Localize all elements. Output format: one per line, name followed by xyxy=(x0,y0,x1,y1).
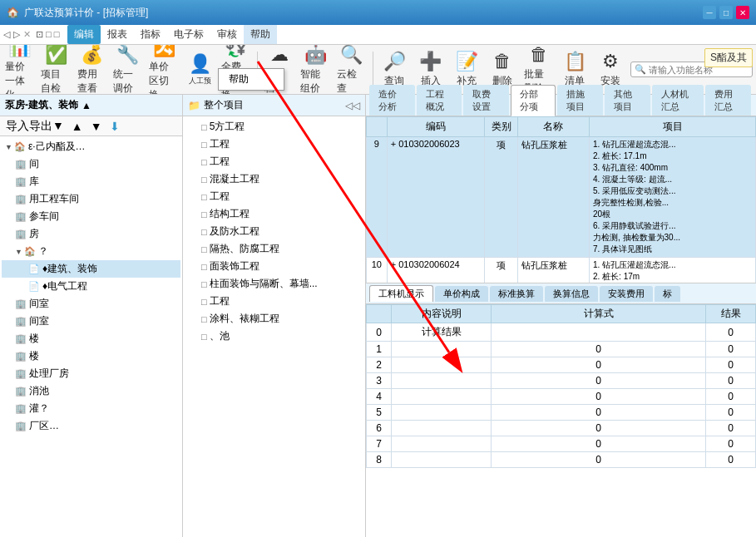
sub-tab-extra[interactable]: 标 xyxy=(655,286,680,302)
tab-fee-settings[interactable]: 取费设置 xyxy=(463,85,509,116)
list-item[interactable]: 📄 ♦电气工程 xyxy=(2,278,180,295)
list-item[interactable]: ▼ 🏠 ？ xyxy=(2,243,180,260)
tab-sub-items[interactable]: 分部分项 xyxy=(511,85,556,116)
toolbar-price-adjust[interactable]: 🔧 统一调价 xyxy=(111,47,144,92)
list-item[interactable]: 🏢 消池 xyxy=(2,382,180,400)
list-item[interactable]: □ 5方工程 xyxy=(185,118,363,135)
table-row[interactable]: 1 0 0 xyxy=(367,342,756,357)
smart-price-icon: 🤖 xyxy=(304,45,327,66)
maximize-button[interactable]: □ xyxy=(719,6,733,19)
sub-tab-labor[interactable]: 工料机显示 xyxy=(369,285,433,302)
tab-other[interactable]: 其他项目 xyxy=(605,85,650,116)
list-item[interactable]: 🏢 处理厂房 xyxy=(2,365,180,382)
toolbar-fee-view[interactable]: 💰 费用查看 xyxy=(76,47,108,92)
tab-measures[interactable]: 措施项目 xyxy=(557,85,603,116)
list-item[interactable]: □ 、池 xyxy=(185,328,363,345)
list-item-selected[interactable]: 📄 ♦建筑、装饰 xyxy=(2,260,180,278)
list-item[interactable]: □ 结构工程 xyxy=(185,205,363,223)
menu-index[interactable]: 指标 xyxy=(134,25,167,44)
item-label: 结构工程 xyxy=(210,207,250,221)
left-panel-toolbar: 导入导出▼ ▲ ▼ ⬇ xyxy=(0,116,182,136)
table-row[interactable]: 3 0 0 xyxy=(367,373,756,389)
toolbar-self-check[interactable]: ✅ 项目自检 xyxy=(39,47,72,92)
table-row[interactable]: 6 0 0 xyxy=(367,421,756,436)
list-item[interactable]: 🏢 楼 xyxy=(2,330,180,347)
expand-icon[interactable]: ▲ xyxy=(82,100,91,111)
tab-cost-analysis[interactable]: 造价分析 xyxy=(369,85,415,116)
list-item[interactable]: □ 工程 xyxy=(185,293,363,310)
list-item[interactable]: □ 工程 xyxy=(185,188,363,205)
toolbar-unit-switch[interactable]: 🔀 单价区切换 xyxy=(147,47,180,92)
table-row[interactable]: 2 0 0 xyxy=(367,357,756,373)
toolbar-quantity-price[interactable]: 📊 量价一体化 xyxy=(3,47,36,92)
toolbar-cloud-check[interactable]: 🔍 云检查 xyxy=(335,47,368,92)
down-btn[interactable]: ▼ xyxy=(88,119,105,134)
up-btn[interactable]: ▲ xyxy=(69,119,86,134)
list-item[interactable]: 🏢 灌？ xyxy=(2,400,180,417)
folder-icon: 🏢 xyxy=(15,351,27,362)
table-row[interactable]: 4 0 0 xyxy=(367,389,756,405)
sub-tab-install-fee[interactable]: 安装费用 xyxy=(600,286,653,302)
minimize-button[interactable]: ─ xyxy=(703,6,716,19)
table-row[interactable]: 0 计算结果 0 xyxy=(367,323,756,342)
row-num: 9 xyxy=(367,137,388,258)
table-row[interactable]: 10 + 010302006024 项 钻孔压浆桩 1. 钻孔压灌超流态混...… xyxy=(367,258,756,283)
folder-icon: 🏢 xyxy=(15,176,27,187)
table-row[interactable]: 7 0 0 xyxy=(367,436,756,452)
list-item[interactable]: 🏢 厂区… xyxy=(2,417,180,435)
list-item[interactable]: 🏢 间室 xyxy=(2,313,180,330)
left-panel: 泵房-建筑、装饰 ▲ 导入导出▼ ▲ ▼ ⬇ ▼ 🏠 ε·己内酯及… 🏢 间 🏢… xyxy=(0,95,183,537)
item-label: 间 xyxy=(29,157,39,171)
list-item[interactable]: □ 及防水工程 xyxy=(185,223,363,240)
menu-ebid[interactable]: 电子标 xyxy=(167,25,210,44)
tab-labor-material[interactable]: 人材机汇总 xyxy=(652,85,704,116)
redo-btn[interactable]: ▷ xyxy=(13,29,20,40)
list-item[interactable]: □ 柱面装饰与隔断、幕墙... xyxy=(185,275,363,293)
doc-icon: □ xyxy=(201,262,207,272)
list-item[interactable]: 🏢 楼 xyxy=(2,347,180,365)
help-menu-item[interactable]: 帮助 xyxy=(219,69,284,90)
sub-tab-calc-info[interactable]: 换算信息 xyxy=(545,286,598,302)
menu-help[interactable]: 帮助 xyxy=(244,25,277,44)
import-export-btn[interactable]: 导入导出▼ xyxy=(3,118,67,135)
menu-edit[interactable]: 编辑 xyxy=(67,25,101,44)
sub-tab-unit-price[interactable]: 单价构成 xyxy=(435,286,488,302)
row-num: 6 xyxy=(367,421,392,436)
list-item[interactable]: 🏢 间 xyxy=(2,155,180,173)
menu-audit[interactable]: 审核 xyxy=(210,25,244,44)
list-item[interactable]: □ 混凝土工程 xyxy=(185,170,363,188)
row-num: 10 xyxy=(367,258,388,283)
collapse-btn[interactable]: ◁◁ xyxy=(345,100,360,111)
list-item[interactable]: □ 隔热、防腐工程 xyxy=(185,240,363,258)
list-item[interactable]: 🏢 用工程车间 xyxy=(2,190,180,208)
table-row[interactable]: 8 0 0 xyxy=(367,452,756,468)
row-desc: 计算结果 xyxy=(392,323,492,342)
list-item[interactable]: □ 面装饰工程 xyxy=(185,258,363,275)
table-row[interactable]: 9 + 010302006023 项 钻孔压浆桩 1. 钻孔压灌超流态混... … xyxy=(367,137,756,258)
list-item[interactable]: □ 工程 xyxy=(185,153,363,170)
tree-item-root[interactable]: ▼ 🏠 ε·己内酯及… xyxy=(2,138,180,155)
root-expand-icon[interactable]: ▼ xyxy=(5,143,12,151)
row-formula xyxy=(492,323,706,342)
sub-tab-std-calc[interactable]: 标准换算 xyxy=(490,286,543,302)
toolbar-smart-price[interactable]: 🤖 智能组价 xyxy=(299,47,331,92)
undo-btn[interactable]: ◁ xyxy=(3,29,10,40)
table-row[interactable]: 5 0 0 xyxy=(367,405,756,421)
item-label: 5方工程 xyxy=(210,120,245,134)
list-item[interactable]: 🏢 参车间 xyxy=(2,208,180,225)
download-btn[interactable]: ⬇ xyxy=(107,119,122,134)
list-item[interactable]: 🏢 房 xyxy=(2,225,180,243)
search-icon: 🔍 xyxy=(635,64,646,75)
toolbar-labor[interactable]: 👤 人工预 xyxy=(184,47,216,92)
expand-icon[interactable]: ▼ xyxy=(15,248,22,256)
row-formula: 0 xyxy=(492,342,706,357)
close-button[interactable]: ✕ xyxy=(736,6,749,19)
cloud-save-icon: ☁ xyxy=(270,45,289,66)
list-item[interactable]: 🏢 库 xyxy=(2,173,180,190)
tab-overview[interactable]: 工程概况 xyxy=(417,85,462,116)
tab-fee-summary[interactable]: 费用汇总 xyxy=(705,85,751,116)
list-item[interactable]: 🏢 间室 xyxy=(2,295,180,313)
menu-report[interactable]: 报表 xyxy=(101,25,134,44)
list-item[interactable]: □ 工程 xyxy=(185,135,363,153)
list-item[interactable]: □ 涂料、裱糊工程 xyxy=(185,310,363,328)
